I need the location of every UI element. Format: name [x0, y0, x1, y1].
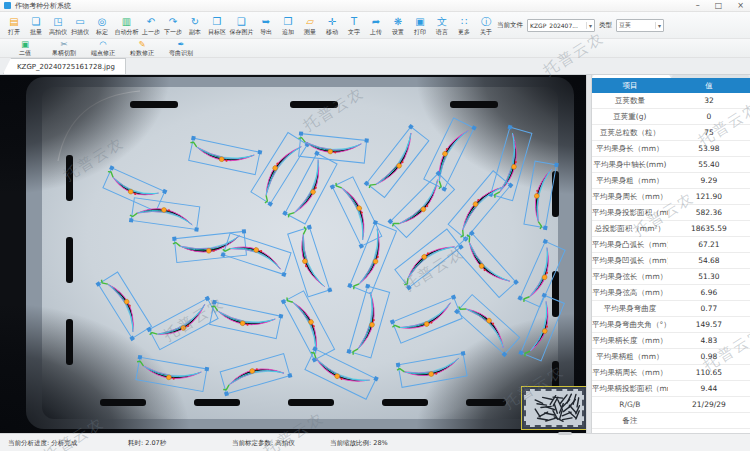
table-row[interactable]: 平均果身弯曲夹角（°）149.57 — [592, 317, 750, 333]
row-item-label: 平均果身长（mm） — [592, 144, 668, 154]
row-item-label: 平均果身中轴长(mm) — [592, 160, 668, 170]
toolbar-button-language[interactable]: 文语言 — [431, 12, 453, 38]
row-item-label: 平均果身投影面积（mm²） — [592, 208, 668, 218]
row-value: 21/29/29 — [668, 400, 750, 409]
row-item-label: 平均果柄投影面积（mm²） — [592, 384, 668, 394]
table-row[interactable]: 总投影面积（mm²）18635.59 — [592, 221, 750, 237]
results-table-header: 项目 值 — [592, 78, 750, 93]
overview-thumbnail[interactable] — [521, 386, 586, 430]
toolbar-button-settings[interactable]: ❋设置 — [387, 12, 409, 38]
toolbar-button-text[interactable]: T文字 — [343, 12, 365, 38]
row-item-label: 平均果身弦高（mm） — [592, 288, 668, 298]
toolbar-button-open[interactable]: ▤打开 — [3, 12, 25, 38]
gear-icon: ❋ — [394, 16, 402, 27]
status-progress: 当前分析进度: 分析完成 — [8, 439, 77, 448]
row-value: 9.44 — [668, 384, 750, 393]
table-row[interactable]: 平均果身粗（mm）9.29 — [592, 173, 750, 189]
type-value: 豆荚 — [619, 21, 653, 30]
statusbar-splitter-handle[interactable] — [558, 432, 572, 435]
bar-chart-icon: ▥ — [122, 16, 131, 27]
chevron-down-icon: ▾ — [655, 22, 661, 29]
row-value: 121.90 — [668, 192, 750, 201]
toolbar-button-label: 自动分析 — [115, 28, 139, 35]
table-row[interactable]: 平均果身凸弧长（mm）67.21 — [592, 237, 750, 253]
image-viewport[interactable] — [0, 75, 586, 433]
toolbar-button-auto-analyze[interactable]: ▥自动分析 — [113, 12, 140, 38]
toolbar-button-export[interactable]: ➥导出 — [255, 12, 277, 38]
toolbar-button-about[interactable]: ⓘ关于 — [475, 12, 497, 38]
column-header-item: 项目 — [592, 81, 668, 91]
table-row[interactable]: 平均果身凹弧长（mm）54.68 — [592, 253, 750, 269]
toolbar-button-append[interactable]: ❐追加 — [277, 12, 299, 38]
table-row[interactable]: 平均果身周长（mm）121.90 — [592, 189, 750, 205]
toolbar-button-save-image[interactable]: ❑保存图片 — [228, 12, 255, 38]
toolbar-button-next-step[interactable]: ↷下一步 — [162, 12, 184, 38]
printer-icon: ▣ — [415, 16, 424, 27]
toolbar-button-stalk-cut[interactable]: ✂果柄切割 — [51, 39, 77, 58]
table-row[interactable]: 平均果柄周长（mm）110.65 — [592, 365, 750, 381]
table-row[interactable]: 平均果身弦长（mm）51.30 — [592, 269, 750, 285]
toolbar-button-label: 打开 — [8, 28, 20, 35]
toolbar-button-doc-camera[interactable]: ◳高拍仪 — [47, 12, 69, 38]
toolbar-right-controls: 当前文件 KZGP_202407... ▾ 类型 豆荚 ▾ — [497, 19, 664, 32]
toolbar-button-binarize[interactable]: ▣二值 — [12, 39, 38, 58]
overview-thumbnail-image — [524, 389, 584, 427]
app-icon — [4, 2, 11, 9]
toolbar-button-label: 副本 — [189, 28, 201, 35]
toolbar-button-batch[interactable]: ❏批量 — [25, 12, 47, 38]
export-icon: ➥ — [262, 16, 270, 27]
toolbar-button-calibration[interactable]: ◎标定 — [91, 12, 113, 38]
table-row[interactable]: 豆荚数量32 — [592, 93, 750, 109]
toolbar-button-label: 高拍仪 — [49, 28, 67, 35]
table-row[interactable]: 平均果身弯曲度0.77 — [592, 301, 750, 317]
toolbar-button-label: 弯曲识别 — [169, 49, 193, 56]
toolbar-button-label: 追加 — [282, 28, 294, 35]
type-dropdown[interactable]: 豆荚 ▾ — [616, 19, 664, 32]
toolbar-button-seed-count-fix[interactable]: ✎粒数修正 — [129, 39, 155, 58]
table-row[interactable]: 平均果身弦高（mm）6.96 — [592, 285, 750, 301]
toolbar-button-bend-detect[interactable]: ✒弯曲识别 — [168, 39, 194, 58]
toolbar-button-move[interactable]: ✛移动 — [321, 12, 343, 38]
refresh-icon: ↻ — [191, 16, 199, 27]
table-row[interactable]: 平均果身中轴长(mm)55.40 — [592, 157, 750, 173]
table-row[interactable]: 平均果柄粗（mm）0.98 — [592, 349, 750, 365]
toolbar-button-upload[interactable]: ➦上传 — [365, 12, 387, 38]
row-item-label: 平均果柄粗（mm） — [592, 352, 668, 362]
table-row[interactable]: 备注 — [592, 413, 750, 429]
row-item-label: 平均果身弯曲度 — [592, 304, 668, 314]
ruler-icon: ▱ — [306, 16, 314, 27]
toolbar-button-more[interactable]: ∷更多 — [453, 12, 475, 38]
row-item-label: 豆荚总粒数（粒） — [592, 128, 668, 138]
status-bar: 当前分析进度: 分析完成 耗时: 2.07秒 当前标定参数: 高拍仪 当前缩放比… — [0, 433, 750, 451]
toolbar-button-measure[interactable]: ▱测量 — [299, 12, 321, 38]
table-row[interactable]: 豆荚总粒数（粒）75 — [592, 125, 750, 141]
document-tab[interactable]: KZGP_20240725161728.jpg — [3, 58, 126, 74]
table-row[interactable]: 平均果柄投影面积（mm²）9.44 — [592, 381, 750, 397]
minimize-button[interactable]: – — [696, 1, 700, 10]
table-row[interactable]: 平均果身投影面积（mm²）582.36 — [592, 205, 750, 221]
toolbar-button-previous-step[interactable]: ↶上一步 — [140, 12, 162, 38]
row-value: 18635.59 — [668, 224, 750, 233]
toolbar-button-label: 批量 — [30, 28, 42, 35]
window-title: 作物考种分析系统 — [15, 1, 71, 11]
table-row[interactable]: 平均果身长（mm）53.98 — [592, 141, 750, 157]
redo-arrow-icon: ↷ — [169, 16, 177, 27]
toolbar-button-label: 扫描仪 — [71, 28, 89, 35]
secondary-toolbar-buttons: ▣二值✂果柄切割◠端点修正✎粒数修正✒弯曲识别 — [12, 39, 194, 58]
maximize-button[interactable]: □ — [715, 1, 723, 10]
column-header-value: 值 — [668, 81, 750, 91]
toolbar-button-target-region[interactable]: ❒目标区 — [206, 12, 228, 38]
toolbar-button-print[interactable]: ▣打印 — [409, 12, 431, 38]
toolbar-button-scanner[interactable]: ▭扫描仪 — [69, 12, 91, 38]
table-row[interactable]: 豆荚重(g)0 — [592, 109, 750, 125]
current-file-label: 当前文件 — [497, 21, 523, 30]
results-panel: 总体结果 详细结果 项目 值 豆荚数量32豆荚重(g)0豆荚总粒数（粒）75平均… — [592, 58, 750, 433]
toolbar-button-duplicate[interactable]: ↻副本 — [184, 12, 206, 38]
table-row[interactable]: R/G/B21/29/29 — [592, 397, 750, 413]
current-file-dropdown[interactable]: KZGP_202407... ▾ — [527, 19, 595, 32]
toolbar-button-endpoint-fix[interactable]: ◠端点修正 — [90, 39, 116, 58]
status-zoom-ratio: 当前缩放比例: 28% — [330, 439, 388, 448]
close-button[interactable]: × — [737, 1, 744, 10]
row-value: 6.96 — [668, 288, 750, 297]
table-row[interactable]: 平均果柄长度（mm）4.83 — [592, 333, 750, 349]
